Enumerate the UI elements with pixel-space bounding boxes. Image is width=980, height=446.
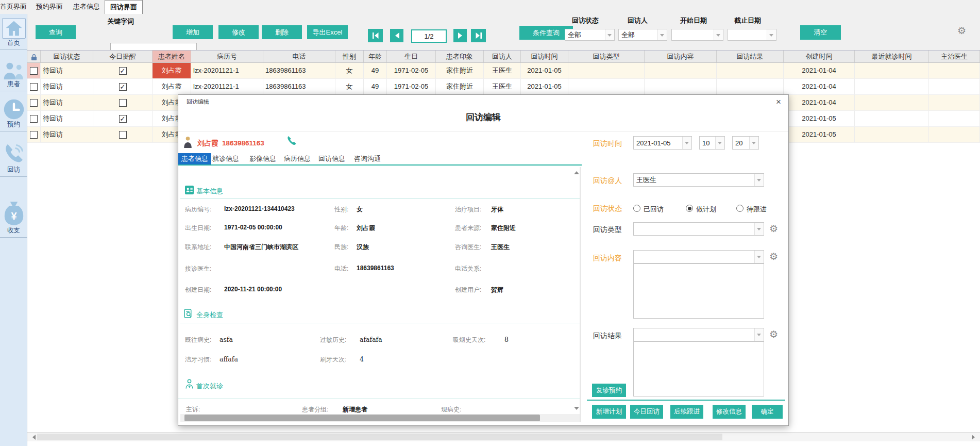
visit-type-select[interactable] bbox=[633, 222, 764, 236]
chevron-down-icon[interactable] bbox=[754, 223, 764, 235]
tab-follow-up-screen[interactable]: 回访界面 bbox=[105, 0, 143, 14]
chevron-down-icon[interactable] bbox=[605, 29, 614, 40]
table-row[interactable]: 待回访刘占霞lzx-20201121-118639861163女491971-0… bbox=[27, 63, 980, 79]
row-select-checkbox[interactable] bbox=[27, 127, 41, 142]
today-visit-button[interactable]: 今日回访 bbox=[630, 405, 663, 419]
chevron-down-icon[interactable] bbox=[682, 137, 691, 149]
scrollbar-thumb[interactable] bbox=[184, 415, 540, 421]
column-header-impression[interactable]: 患者印象 bbox=[436, 51, 484, 62]
visit-content-gear-icon[interactable]: ⚙ bbox=[769, 252, 778, 261]
radio-make-plan-label[interactable]: 做计划 bbox=[696, 205, 716, 214]
filter-start-date-select[interactable] bbox=[671, 29, 723, 41]
remind-checkbox[interactable] bbox=[93, 63, 153, 78]
filter-visitor-select[interactable]: 全部 bbox=[618, 29, 667, 41]
chevron-down-icon[interactable] bbox=[715, 137, 724, 149]
table-row[interactable]: 待回访刘占霞lzx-20201121-118639861163女491971-0… bbox=[27, 79, 980, 95]
detail-horizontal-scrollbar[interactable] bbox=[180, 414, 580, 422]
scroll-down-icon[interactable] bbox=[574, 407, 579, 412]
scrollbar-thumb[interactable] bbox=[37, 434, 722, 440]
sidebar-item-follow-up[interactable]: 回访 bbox=[0, 131, 27, 177]
column-header-last_visit[interactable]: 最近就诊时间 bbox=[855, 51, 929, 62]
visit-type-gear-icon[interactable]: ⚙ bbox=[769, 224, 778, 234]
chevron-down-icon[interactable] bbox=[714, 29, 723, 40]
row-select-checkbox[interactable] bbox=[27, 79, 41, 94]
radio-visited[interactable] bbox=[633, 205, 640, 212]
delete-button[interactable]: 删除 bbox=[262, 25, 302, 39]
modify-info-button[interactable]: 修改信息 bbox=[713, 405, 746, 419]
export-excel-button[interactable]: 导出Excel bbox=[307, 25, 348, 39]
sidebar-item-home[interactable]: 首页 bbox=[0, 14, 27, 50]
clear-button[interactable]: 清空 bbox=[800, 25, 841, 40]
column-header-doctor[interactable]: 主治医生 bbox=[929, 51, 980, 62]
scroll-left-icon[interactable] bbox=[30, 435, 36, 440]
visit-content-textarea[interactable] bbox=[633, 263, 764, 319]
column-header-age[interactable]: 年龄 bbox=[364, 51, 387, 62]
tab-home-screen[interactable]: 首页界面 bbox=[0, 0, 32, 13]
column-header-visitor[interactable]: 回访人 bbox=[484, 51, 521, 62]
chevron-down-icon[interactable] bbox=[749, 137, 758, 149]
chevron-down-icon[interactable] bbox=[767, 29, 776, 40]
column-header-created[interactable]: 创建时间 bbox=[784, 51, 855, 62]
column-header-phone[interactable]: 电话 bbox=[263, 51, 335, 62]
remind-checkbox[interactable] bbox=[93, 79, 153, 94]
column-header-visit_result[interactable]: 回访结果 bbox=[717, 51, 784, 62]
follow-up-next-button[interactable]: 后续跟进 bbox=[670, 405, 703, 419]
horizontal-scrollbar[interactable] bbox=[27, 432, 980, 441]
radio-make-plan[interactable] bbox=[686, 205, 693, 212]
remind-checkbox[interactable] bbox=[93, 111, 153, 126]
visit-content-select[interactable] bbox=[633, 250, 764, 263]
scroll-up-icon[interactable] bbox=[574, 169, 579, 174]
chevron-down-icon[interactable] bbox=[754, 174, 764, 186]
chevron-down-icon[interactable] bbox=[657, 29, 667, 40]
edit-button[interactable]: 修改 bbox=[218, 25, 259, 39]
row-select-checkbox[interactable] bbox=[27, 63, 41, 78]
column-header-status[interactable]: 回访状态 bbox=[41, 51, 93, 62]
visit-date-select[interactable]: 2021-01-05 bbox=[633, 136, 692, 150]
row-select-checkbox[interactable] bbox=[27, 111, 41, 126]
visit-result-textarea[interactable] bbox=[633, 341, 764, 397]
column-header-birthday[interactable]: 生日 bbox=[387, 51, 436, 62]
visit-person-select[interactable]: 王医生 bbox=[633, 173, 764, 187]
chevron-down-icon[interactable] bbox=[754, 328, 764, 341]
prev-page-button[interactable] bbox=[390, 29, 403, 42]
new-plan-button[interactable]: 新增计划 bbox=[592, 405, 626, 419]
sidebar-item-patients[interactable]: 患者 bbox=[0, 50, 27, 91]
next-page-button[interactable] bbox=[453, 29, 467, 42]
radio-visited-label[interactable]: 已回访 bbox=[644, 205, 664, 214]
filter-end-date-select[interactable] bbox=[728, 29, 776, 41]
remind-checkbox[interactable] bbox=[93, 127, 153, 142]
tab-patient-info[interactable]: 患者信息 bbox=[68, 0, 105, 13]
remind-checkbox[interactable] bbox=[93, 95, 153, 110]
filter-visit-status-select[interactable]: 全部 bbox=[565, 29, 615, 41]
column-header-record_no[interactable]: 病历号 bbox=[191, 51, 263, 62]
column-header-gender[interactable]: 性别 bbox=[335, 51, 364, 62]
first-page-button[interactable] bbox=[368, 29, 383, 42]
visit-result-select[interactable] bbox=[633, 328, 764, 341]
radio-to-follow-label[interactable]: 待跟进 bbox=[747, 205, 767, 214]
sidebar-item-finance[interactable]: ¥ 收支 bbox=[0, 177, 27, 238]
visit-hour-select[interactable]: 10 bbox=[699, 136, 725, 150]
scroll-right-icon[interactable] bbox=[972, 435, 977, 440]
column-header-visit_content[interactable]: 回访内容 bbox=[645, 51, 717, 62]
sidebar-item-appointment[interactable]: 预约 bbox=[0, 91, 27, 131]
visit-minute-select[interactable]: 20 bbox=[732, 136, 759, 150]
last-page-button[interactable] bbox=[471, 29, 486, 42]
confirm-button[interactable]: 确定 bbox=[752, 405, 783, 419]
radio-to-follow[interactable] bbox=[736, 205, 744, 212]
visit-result-gear-icon[interactable]: ⚙ bbox=[769, 329, 778, 339]
page-indicator[interactable]: 1/2 bbox=[411, 29, 447, 43]
settings-gear-icon[interactable]: ⚙ bbox=[957, 26, 966, 36]
column-header-remind[interactable]: 今日提醒 bbox=[93, 51, 153, 62]
column-header-visit_time[interactable]: 回访时间 bbox=[521, 51, 568, 62]
row-select-checkbox[interactable] bbox=[27, 95, 41, 110]
detail-vertical-scrollbar[interactable] bbox=[580, 167, 581, 422]
revisit-appointment-button[interactable]: 复诊预约 bbox=[592, 384, 626, 397]
column-header-visit_type[interactable]: 回访类型 bbox=[568, 51, 645, 62]
lock-column-header[interactable] bbox=[27, 51, 41, 62]
search-button[interactable]: 查询 bbox=[36, 25, 76, 39]
column-header-name[interactable]: 患者姓名 bbox=[153, 51, 191, 62]
chevron-down-icon[interactable] bbox=[754, 251, 764, 263]
add-button[interactable]: 增加 bbox=[173, 25, 213, 39]
close-icon[interactable]: × bbox=[776, 97, 781, 107]
tab-appointment-screen[interactable]: 预约界面 bbox=[31, 0, 68, 13]
